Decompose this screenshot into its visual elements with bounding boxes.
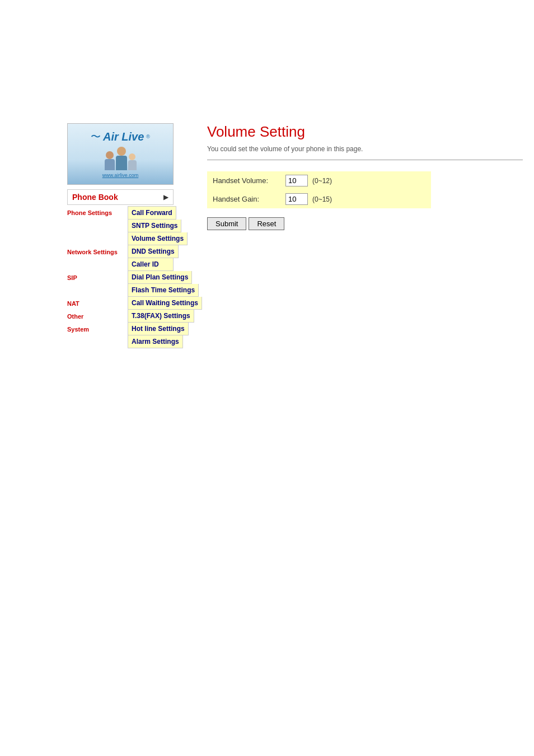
section-other: Other <box>67 310 128 323</box>
handset-volume-label: Handset Volume: <box>207 171 280 190</box>
logo-text: Air Live <box>103 130 144 143</box>
sidebar-item-caller-id[interactable]: Caller ID <box>128 258 174 271</box>
section-sip: SIP <box>67 271 128 284</box>
form-buttons: Submit Reset <box>207 217 523 230</box>
nav-row-dial-plan: SIP Dial Plan Settings <box>67 271 174 284</box>
nav-row-t38: Other T.38(FAX) Settings <box>67 310 174 323</box>
volume-form: Handset Volume: (0~12) Handset Gain: (0~… <box>207 171 431 208</box>
handset-gain-label: Handset Gain: <box>207 190 280 208</box>
section-network: Network Settings <box>67 245 128 258</box>
sidebar-item-hotline[interactable]: Hot line Settings <box>128 323 189 335</box>
section-empty-3 <box>67 258 128 271</box>
sidebar-item-call-forward[interactable]: Call Forward <box>128 206 176 220</box>
handset-gain-range: (0~15) <box>312 195 332 203</box>
handset-gain-row: Handset Gain: (0~15) <box>207 190 431 208</box>
handset-volume-input-group: (0~12) <box>285 175 425 186</box>
page-title: Volume Setting <box>207 123 523 141</box>
reset-button[interactable]: Reset <box>249 217 284 230</box>
handset-volume-row: Handset Volume: (0~12) <box>207 171 431 190</box>
nav-row-call-forward: Phone Settings Call Forward <box>67 206 174 220</box>
divider <box>207 160 523 160</box>
section-system: System <box>67 323 128 335</box>
handset-volume-input[interactable] <box>285 175 308 186</box>
handset-gain-input[interactable] <box>285 193 308 205</box>
section-empty-4 <box>67 284 128 297</box>
sidebar-item-t38[interactable]: T.38(FAX) Settings <box>128 310 194 323</box>
sidebar-logo: 〜 Air Live ® www.airlive.com <box>67 123 174 185</box>
nav-row-caller-id: Caller ID <box>67 258 174 271</box>
section-nat: NAT <box>67 297 128 310</box>
section-empty-5 <box>67 335 128 348</box>
sidebar-nav: Phone Settings Call Forward SNTP Setting… <box>67 206 174 348</box>
logo-people <box>105 147 137 170</box>
sidebar: 〜 Air Live ® www.airlive.com <box>67 123 179 348</box>
nav-row-sntp: SNTP Settings <box>67 220 174 232</box>
nav-row-call-waiting: NAT Call Waiting Settings <box>67 297 174 310</box>
nav-row-dnd: Network Settings DND Settings <box>67 245 174 258</box>
nav-row-flash-time: Flash Time Settings <box>67 284 174 297</box>
logo-url: www.airlive.com <box>102 172 139 178</box>
logo-registered: ® <box>146 134 150 139</box>
handset-volume-range: (0~12) <box>312 177 332 185</box>
wifi-icon: 〜 <box>91 130 101 143</box>
sidebar-item-dnd-settings[interactable]: DND Settings <box>128 245 179 258</box>
handset-gain-input-group: (0~15) <box>285 193 425 205</box>
submit-button[interactable]: Submit <box>207 217 246 230</box>
nav-row-alarm: Alarm Settings <box>67 335 174 348</box>
phonebook-arrow: ▶ <box>163 193 168 201</box>
page-description: You could set the volume of your phone i… <box>207 145 523 153</box>
sidebar-item-sntp-settings[interactable]: SNTP Settings <box>128 220 181 232</box>
main-content: Volume Setting You could set the volume … <box>196 123 523 348</box>
sidebar-item-dial-plan[interactable]: Dial Plan Settings <box>128 271 192 284</box>
phonebook-label: Phone Book <box>72 193 163 202</box>
section-empty-2 <box>67 232 128 245</box>
nav-row-hotline: System Hot line Settings <box>67 323 174 335</box>
nav-row-volume: Volume Settings <box>67 232 174 245</box>
sidebar-item-flash-time[interactable]: Flash Time Settings <box>128 284 199 297</box>
sidebar-item-alarm[interactable]: Alarm Settings <box>128 335 183 348</box>
section-empty-1 <box>67 220 128 232</box>
sidebar-phonebook[interactable]: Phone Book ▶ <box>67 189 174 205</box>
section-phone: Phone Settings <box>67 206 128 220</box>
sidebar-item-volume-settings[interactable]: Volume Settings <box>128 232 188 245</box>
sidebar-item-call-waiting[interactable]: Call Waiting Settings <box>128 297 202 310</box>
